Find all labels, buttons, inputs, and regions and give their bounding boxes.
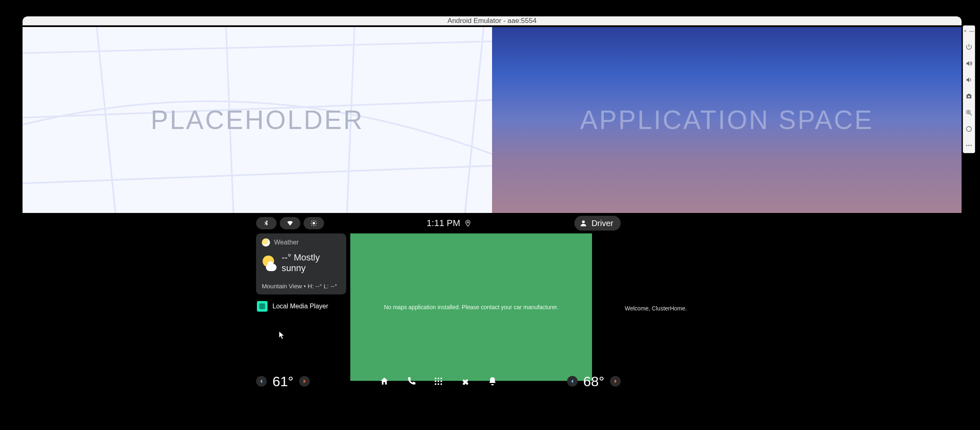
back-icon (965, 125, 973, 133)
cluster-top-row: PLACEHOLDER APPLICATION SPACE (23, 27, 962, 213)
svg-point-9 (467, 222, 469, 223)
driver-temp-up-button[interactable] (299, 376, 310, 387)
weather-small-icon (262, 238, 270, 247)
media-card-title: Local Media Player (272, 303, 328, 310)
svg-point-18 (438, 383, 439, 385)
maps-panel[interactable]: No maps application installed. Please co… (350, 233, 592, 381)
emulator-close-button[interactable]: × (964, 28, 966, 34)
emulator-volume-up-button[interactable] (963, 59, 975, 68)
svg-point-19 (440, 383, 442, 385)
user-profile-button[interactable]: Driver (574, 216, 621, 231)
hvac-passenger-temp: 68° (567, 373, 621, 389)
weather-large-icon (262, 255, 277, 271)
svg-point-0 (313, 222, 315, 224)
bottom-nav-bar: 61° (256, 372, 621, 391)
chevron-left-icon (570, 379, 574, 383)
emulator-volume-down-button[interactable] (963, 75, 975, 85)
svg-point-16 (440, 380, 442, 382)
svg-point-15 (438, 380, 439, 382)
svg-point-17 (435, 383, 436, 385)
nav-phone-button[interactable] (406, 376, 416, 386)
driver-temp-down-button[interactable] (256, 376, 267, 387)
emulator-window: Android Emulator - aae:5554 PLAC (23, 16, 962, 393)
svg-point-11 (435, 378, 436, 379)
emulator-more-button[interactable] (963, 140, 975, 150)
window-title: Android Emulator - aae:5554 (447, 17, 536, 25)
more-horizontal-icon (965, 142, 973, 149)
user-profile-label: Driver (592, 219, 613, 228)
maps-error-message: No maps application installed. Please co… (384, 304, 558, 310)
emulator-side-toolbar: × — (963, 25, 975, 153)
driver-temp-value: 61° (272, 373, 293, 389)
media-app-icon (257, 301, 268, 312)
svg-point-14 (435, 380, 436, 382)
camera-icon (965, 93, 973, 100)
emulator-power-button[interactable] (963, 42, 975, 52)
svg-point-13 (440, 378, 442, 379)
weather-sub-line: Mountain View • H: --° L: --° (262, 283, 340, 290)
svg-point-26 (966, 145, 967, 146)
clock-text: 1:11 PM (426, 218, 460, 229)
power-icon (965, 43, 973, 51)
svg-point-28 (971, 145, 972, 146)
nav-notifications-button[interactable] (488, 376, 497, 386)
svg-line-8 (315, 221, 316, 222)
svg-point-20 (968, 96, 970, 98)
clock-area[interactable]: 1:11 PM (426, 218, 472, 229)
weather-temp-line: --° Mostly sunny (281, 252, 340, 274)
svg-point-10 (582, 220, 585, 223)
nav-hvac-button[interactable] (461, 376, 470, 386)
bell-icon (488, 376, 497, 386)
emulator-titlebar[interactable]: Android Emulator - aae:5554 (23, 16, 962, 25)
application-space-label: APPLICATION SPACE (580, 105, 873, 135)
chevron-right-icon (613, 379, 617, 383)
location-icon (464, 220, 472, 227)
svg-line-6 (315, 225, 316, 226)
home-icon (379, 376, 389, 386)
svg-line-22 (970, 113, 972, 115)
svg-line-5 (311, 221, 312, 222)
brightness-icon (310, 220, 318, 227)
wifi-icon (286, 220, 294, 227)
passenger-temp-value: 68° (583, 373, 604, 389)
application-space-pane: APPLICATION SPACE (492, 27, 962, 213)
emulator-screenshot-button[interactable] (963, 91, 975, 101)
cluster-welcome-text: Welcome, ClusterHome. (625, 305, 687, 312)
emulator-back-button[interactable] (963, 124, 975, 134)
nav-apps-button[interactable] (433, 376, 443, 386)
hvac-driver-temp: 61° (256, 373, 310, 389)
placeholder-pane: PLACEHOLDER (23, 27, 492, 213)
person-icon (579, 219, 588, 227)
bluetooth-toggle[interactable] (256, 217, 277, 229)
svg-line-7 (311, 225, 312, 226)
weather-card[interactable]: Weather --° Mostly sunny Mountain View •… (256, 233, 346, 294)
svg-point-12 (438, 378, 439, 379)
volume-down-icon (965, 76, 973, 84)
status-bar: 1:11 PM Driver (256, 213, 621, 233)
apps-grid-icon (433, 376, 443, 386)
emulator-minimize-button[interactable]: — (969, 28, 974, 34)
zoom-in-icon (965, 109, 973, 116)
passenger-temp-down-button[interactable] (567, 376, 578, 387)
media-card[interactable]: Local Media Player (256, 300, 346, 312)
weather-card-title: Weather (274, 239, 299, 246)
chevron-right-icon (302, 379, 306, 383)
placeholder-label: PLACEHOLDER (151, 105, 364, 135)
bluetooth-icon (263, 220, 270, 227)
cards-column: Weather --° Mostly sunny Mountain View •… (256, 233, 346, 381)
phone-icon (406, 376, 416, 386)
home-content-row: Weather --° Mostly sunny Mountain View •… (256, 233, 621, 381)
chevron-left-icon (259, 379, 263, 383)
automotive-system-ui: 1:11 PM Driver (23, 213, 962, 393)
fan-icon (461, 376, 470, 386)
passenger-temp-up-button[interactable] (610, 376, 621, 387)
brightness-toggle[interactable] (304, 217, 324, 229)
wifi-toggle[interactable] (280, 217, 300, 229)
svg-point-25 (966, 127, 971, 131)
nav-home-button[interactable] (379, 376, 389, 386)
volume-up-icon (965, 60, 973, 67)
svg-point-27 (969, 145, 970, 146)
emulator-zoom-button[interactable] (963, 108, 975, 118)
